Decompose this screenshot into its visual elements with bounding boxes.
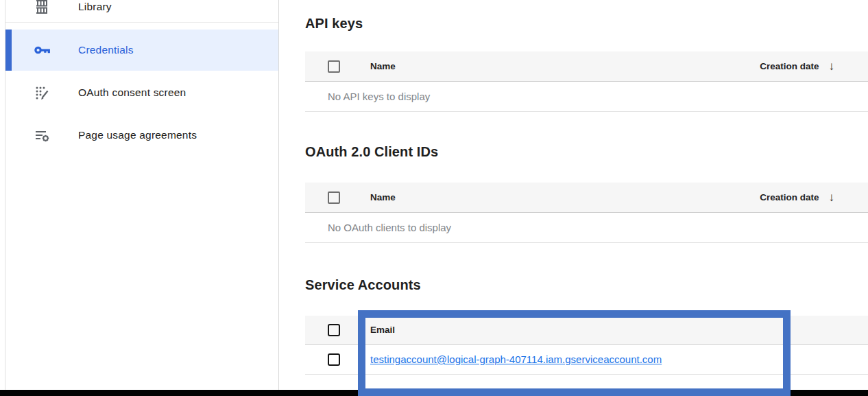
- column-header-name: Name: [370, 61, 396, 71]
- creation-date-label: Creation date: [760, 61, 819, 71]
- column-header-creation-date[interactable]: Creation date ↓: [760, 60, 868, 73]
- annotation-rectangle: [358, 310, 791, 396]
- row-checkbox[interactable]: [328, 353, 340, 366]
- sidebar-item-label: Page usage agreements: [78, 129, 197, 141]
- oauth-clients-table-header: Name Creation date ↓: [305, 183, 868, 213]
- api-keys-table-header: Name Creation date ↓: [305, 51, 868, 82]
- selected-indicator-bar: [5, 30, 12, 71]
- api-keys-empty-state: No API keys to display: [305, 82, 868, 112]
- sidebar-item-label: Credentials: [78, 44, 134, 56]
- oauth-consent-icon: [33, 84, 51, 102]
- service-accounts-title: Service Accounts: [305, 277, 421, 293]
- sidebar-item-label: Library: [78, 1, 112, 13]
- sort-descending-icon: ↓: [829, 191, 835, 205]
- select-all-checkbox[interactable]: [328, 324, 340, 336]
- sidebar-item-credentials[interactable]: Credentials: [5, 30, 278, 71]
- oauth-clients-table: Name Creation date ↓ No OAuth clients to…: [305, 183, 868, 243]
- sidebar-item-label: OAuth consent screen: [78, 86, 186, 99]
- api-keys-table: Name Creation date ↓ No API keys to disp…: [305, 51, 868, 112]
- column-header-creation-date[interactable]: Creation date ↓: [760, 191, 868, 205]
- api-keys-title: API keys: [305, 16, 363, 32]
- column-header-name: Name: [370, 192, 396, 202]
- oauth-clients-empty-state: No OAuth clients to display: [305, 213, 868, 243]
- sidebar-section-divider: [5, 22, 278, 23]
- sidebar-item-library[interactable]: Library: [5, 0, 278, 27]
- creation-date-label: Creation date: [760, 192, 819, 202]
- select-all-checkbox[interactable]: [328, 191, 340, 204]
- sidebar-item-page-usage-agreements[interactable]: Page usage agreements: [5, 115, 278, 156]
- page-usage-icon: [33, 126, 51, 144]
- credentials-page: Library Credentials: [0, 0, 868, 396]
- library-icon: [33, 0, 51, 16]
- empty-state-text: No API keys to display: [328, 91, 430, 102]
- sidebar-divider-line: [278, 0, 279, 396]
- empty-state-text: No OAuth clients to display: [328, 222, 451, 233]
- sort-descending-icon: ↓: [829, 60, 835, 73]
- key-icon: [33, 41, 51, 59]
- select-all-checkbox[interactable]: [328, 60, 340, 73]
- oauth-clients-title: OAuth 2.0 Client IDs: [305, 144, 438, 160]
- sidebar-item-oauth-consent-screen[interactable]: OAuth consent screen: [5, 72, 278, 113]
